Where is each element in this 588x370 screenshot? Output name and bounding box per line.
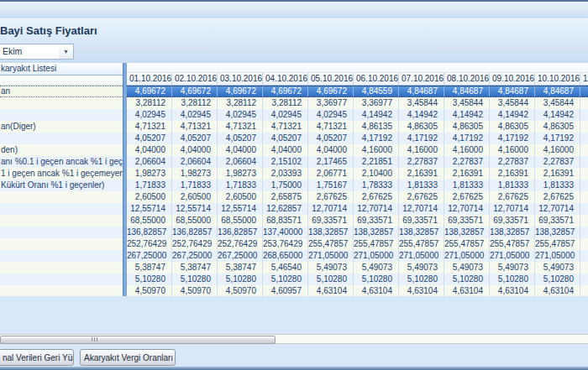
price-cell[interactable]: 4,16000 <box>490 144 535 156</box>
price-cell[interactable]: 4,84687 <box>399 86 444 96</box>
price-cell[interactable]: 2,21851 <box>354 156 399 168</box>
price-cell[interactable]: 12,70714 <box>308 203 354 215</box>
price-cell[interactable]: 255,47857 <box>354 238 399 250</box>
price-cell[interactable]: 4,69672 <box>263 86 308 96</box>
price-cell[interactable]: 2,17465 <box>308 156 354 168</box>
price-cell[interactable]: 2,27837 <box>444 156 490 168</box>
price-cell[interactable]: 4,16000 <box>444 144 490 156</box>
price-cell[interactable]: 4,69672 <box>218 86 263 96</box>
price-cell[interactable]: 12,55714 <box>218 203 263 215</box>
horizontal-scrollbar[interactable] <box>0 334 588 344</box>
price-cell[interactable]: 5,49073 <box>308 262 354 274</box>
price-cell[interactable]: 255,47857 <box>399 238 444 250</box>
price-cell[interactable]: 4,84687 <box>444 86 490 96</box>
price-cell[interactable]: 4,50970 <box>127 285 172 296</box>
column-header-date[interactable]: 05.10.2016 <box>308 73 354 85</box>
fuel-list-item[interactable]: an(Diger) <box>0 121 123 133</box>
price-cell[interactable]: 4,17192 <box>444 133 490 144</box>
price-cell[interactable]: 1,75167 <box>308 180 354 191</box>
column-header-date[interactable]: 11 <box>580 73 588 85</box>
month-dropdown[interactable]: Ekim ▾ <box>0 44 74 60</box>
price-cell[interactable]: 69,33571 <box>399 215 444 227</box>
price-cell[interactable]: 5,46540 <box>263 262 308 274</box>
price-cell[interactable]: 5,10280 <box>490 274 535 285</box>
price-cell[interactable]: 5,10280 <box>399 274 444 285</box>
price-cell[interactable]: 252,76429 <box>127 238 172 250</box>
price-cell[interactable]: 4,63104 <box>354 285 399 296</box>
price-cell[interactable]: 69,33571 <box>535 215 580 227</box>
price-cell[interactable]: 12,70714 <box>490 203 535 215</box>
price-cell[interactable]: 4,17192 <box>535 133 580 144</box>
price-cell[interactable]: 4,86305 <box>490 121 535 133</box>
price-cell[interactable]: 5,38747 <box>172 262 218 274</box>
column-header-date[interactable]: 09.10.2016 <box>490 73 535 85</box>
price-cell[interactable]: 69,33571 <box>308 215 354 227</box>
column-header-date[interactable]: 01.10.2016 <box>127 73 172 85</box>
price-cell[interactable]: 3,28112 <box>127 97 172 109</box>
price-cell[interactable]: 5,49073 <box>354 262 399 274</box>
price-cell[interactable]: 2,06604 <box>218 156 263 168</box>
price-cell[interactable]: 2,06604 <box>172 156 218 168</box>
price-cell[interactable]: 255,47857 <box>444 238 490 250</box>
price-cell[interactable]: 4,86135 <box>354 121 399 133</box>
price-cell[interactable]: 2,27837 <box>535 156 580 168</box>
price-cell[interactable]: 3,28112 <box>263 97 308 109</box>
price-cell[interactable]: 255,47857 <box>535 238 580 250</box>
price-cell[interactable]: 4,69672 <box>308 86 354 96</box>
price-cell[interactable]: 138,32857 <box>399 227 444 238</box>
price-cell[interactable]: 68,55000 <box>127 215 172 227</box>
price-cell[interactable]: 138,32857 <box>354 227 399 238</box>
price-cell[interactable]: 2,60500 <box>218 191 263 203</box>
price-cell[interactable]: 5,10280 <box>444 274 490 285</box>
price-cell[interactable]: 5,49073 <box>399 262 444 274</box>
price-cell[interactable]: 68,55000 <box>218 215 263 227</box>
price-cell[interactable]: 4,04000 <box>172 144 218 156</box>
fuel-list-item[interactable] <box>0 238 123 250</box>
price-cell[interactable]: 5,10280 <box>354 274 399 285</box>
price-cell[interactable]: 267,25000 <box>218 250 263 262</box>
price-cell[interactable]: 4,71321 <box>308 121 354 133</box>
fuel-list-item[interactable] <box>0 109 123 121</box>
price-cell[interactable]: 136,82857 <box>218 227 263 238</box>
fuel-list-item[interactable]: Kükürt Oranı %1 i geçenler) <box>0 180 123 191</box>
price-cell[interactable]: 5,38747 <box>218 262 263 274</box>
restore-data-button[interactable]: nal Verileri Geri Yükle <box>0 349 74 366</box>
scrollbar-thumb[interactable] <box>0 336 276 344</box>
price-cell[interactable]: 5,10280 <box>218 274 263 285</box>
price-cell[interactable]: 4,04000 <box>218 144 263 156</box>
price-cell[interactable]: 4,86305 <box>535 121 580 133</box>
price-cell[interactable]: 4,63104 <box>399 285 444 296</box>
price-cell[interactable]: 2,60500 <box>127 191 172 203</box>
price-cell[interactable]: 252,76429 <box>218 238 263 250</box>
price-cell[interactable]: 271,05000 <box>490 250 535 262</box>
price-cell[interactable]: 4,71321 <box>172 121 218 133</box>
price-cell[interactable]: 68,55000 <box>172 215 218 227</box>
price-cell[interactable]: 4,84687 <box>535 86 580 96</box>
price-cell[interactable]: 4,71321 <box>218 121 263 133</box>
price-cell[interactable]: 138,32857 <box>490 227 535 238</box>
price-cell[interactable]: 4,17192 <box>354 133 399 144</box>
price-cell[interactable]: 5,38747 <box>127 262 172 274</box>
price-cell-clipped[interactable] <box>580 109 588 121</box>
price-cell[interactable]: 271,05000 <box>535 250 580 262</box>
price-cell[interactable]: 5,49073 <box>490 262 535 274</box>
price-cell[interactable]: 3,45844 <box>444 97 490 109</box>
price-cell[interactable]: 5,49073 <box>444 262 490 274</box>
price-cell[interactable]: 12,62857 <box>263 203 308 215</box>
price-cell[interactable]: 5,10280 <box>308 274 354 285</box>
price-cell-clipped[interactable] <box>580 262 588 274</box>
price-cell[interactable]: 267,25000 <box>172 250 218 262</box>
column-header-date[interactable]: 07.10.2016 <box>399 73 444 85</box>
price-cell[interactable]: 2,27837 <box>490 156 535 168</box>
price-cell[interactable]: 2,06771 <box>308 168 354 180</box>
price-cell[interactable]: 271,05000 <box>444 250 490 262</box>
price-cell[interactable]: 12,70714 <box>354 203 399 215</box>
price-cell-clipped[interactable] <box>580 144 588 156</box>
price-cell[interactable]: 12,55714 <box>127 203 172 215</box>
chevron-down-icon[interactable]: ▾ <box>59 44 73 59</box>
price-cell[interactable]: 2,16391 <box>535 168 580 180</box>
price-cell[interactable]: 4,14942 <box>490 109 535 121</box>
price-cell-clipped[interactable] <box>580 238 588 250</box>
price-cell[interactable]: 69,33571 <box>444 215 490 227</box>
price-cell[interactable]: 4,86305 <box>444 121 490 133</box>
